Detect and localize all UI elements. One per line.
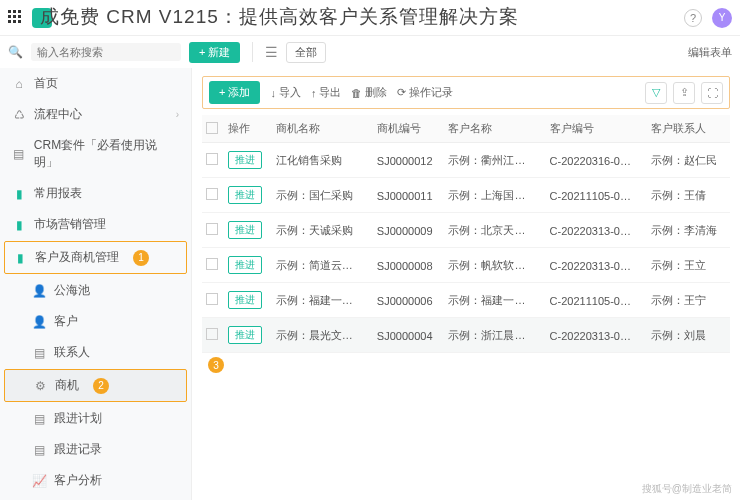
sidebar-item[interactable]: 📈商机分析	[0, 496, 191, 500]
promote-button[interactable]: 推进	[228, 291, 262, 309]
doc-icon: ▤	[32, 412, 46, 426]
table-header: 客户名称	[444, 115, 545, 143]
cell-text: C-20220313-0000002	[550, 225, 632, 237]
promote-button[interactable]: 推进	[228, 151, 262, 169]
apps-icon[interactable]	[8, 10, 24, 26]
toolbar: + 添加 ↓ 导入 ↑ 导出 🗑 删除 ⟳ 操作记录 ▽ ⇪ ⛶	[202, 76, 730, 109]
cell-text: SJ0000011	[377, 190, 433, 202]
share-tool-icon[interactable]: ⇪	[673, 82, 695, 104]
doc-icon: ▤	[32, 346, 46, 360]
sidebar-item-label: 联系人	[54, 344, 90, 361]
cell-text: SJ0000008	[377, 260, 433, 272]
sidebar-item[interactable]: ▤CRM套件「必看使用说明」	[0, 130, 191, 178]
promote-button[interactable]: 推进	[228, 326, 262, 344]
table-row[interactable]: 推进示例：晨光文具设备...SJ0000004示例：浙江晨光文具...C-202…	[202, 318, 730, 353]
sidebar-item[interactable]: ♺流程中心›	[0, 99, 191, 130]
sidebar-item[interactable]: ▤联系人	[0, 337, 191, 368]
badge-3: 3	[208, 357, 224, 373]
table-row[interactable]: 推进示例：国仁采购SJ0000011示例：上海国仁有限...C-20211105…	[202, 178, 730, 213]
new-button[interactable]: + 新建	[189, 42, 240, 63]
doc-icon: ▤	[32, 443, 46, 457]
sidebar-item-label: 跟进记录	[54, 441, 102, 458]
table-header: 操作	[224, 115, 271, 143]
sidebar-item[interactable]: 👤客户	[0, 306, 191, 337]
flow-icon: ♺	[12, 108, 26, 122]
sidebar-item[interactable]: ⚙商机2	[4, 369, 187, 402]
sidebar-item[interactable]: 📈客户分析	[0, 465, 191, 496]
sidebar-item[interactable]: ▤跟进记录	[0, 434, 191, 465]
table-header	[202, 115, 224, 143]
checkbox[interactable]	[206, 188, 218, 200]
checkbox[interactable]	[206, 293, 218, 305]
cell-text: C-20211105-0000004	[550, 295, 632, 307]
doc-icon: ▤	[12, 147, 26, 161]
sidebar-item[interactable]: ▮市场营销管理	[0, 209, 191, 240]
gear-icon: ⚙	[33, 379, 47, 393]
sidebar-item[interactable]: ▮常用报表	[0, 178, 191, 209]
promote-button[interactable]: 推进	[228, 256, 262, 274]
badge: 1	[133, 250, 149, 266]
cell-text: 示例：李清海	[651, 223, 717, 238]
filter-icon[interactable]: ☰	[265, 44, 278, 60]
sidebar-item-label: 市场营销管理	[34, 216, 106, 233]
search-input[interactable]	[31, 43, 181, 61]
cell-text: 示例：北京天诚软件...	[448, 223, 530, 238]
cell-text: 示例：王宁	[651, 293, 706, 308]
cell-text: 示例：简道云采购	[276, 258, 358, 273]
cell-text: 示例：天诚采购	[276, 223, 353, 238]
sidebar-item-label: 公海池	[54, 282, 90, 299]
attribution: 搜狐号@制造业老简	[642, 482, 732, 496]
sidebar-item[interactable]: 👤公海池	[0, 275, 191, 306]
expand-tool-icon[interactable]: ⛶	[701, 82, 723, 104]
cell-text: 示例：帆软软件有限公司	[448, 258, 530, 273]
log-button[interactable]: ⟳ 操作记录	[397, 85, 453, 100]
cell-text: 示例：福建一高3月订单	[276, 293, 358, 308]
filter-tool-icon[interactable]: ▽	[645, 82, 667, 104]
sidebar-item-label: 跟进计划	[54, 410, 102, 427]
checkbox[interactable]	[206, 258, 218, 270]
cell-text: 示例：上海国仁有限...	[448, 188, 530, 203]
checkbox[interactable]	[206, 328, 218, 340]
cell-text: C-20220313-0000004	[550, 330, 632, 342]
cell-text: 示例：晨光文具设备...	[276, 328, 358, 343]
table-row[interactable]: 推进示例：天诚采购SJ0000009示例：北京天诚软件...C-20220313…	[202, 213, 730, 248]
help-icon[interactable]: ?	[684, 9, 702, 27]
table-row[interactable]: 推进示例：福建一高3月订单SJ0000006示例：福建一高集团C-2021110…	[202, 283, 730, 318]
promote-button[interactable]: 推进	[228, 186, 262, 204]
cell-text: C-20211105-0000001	[550, 190, 632, 202]
table-header: 商机编号	[373, 115, 445, 143]
cell-text: SJ0000006	[377, 295, 433, 307]
filter-all-tag[interactable]: 全部	[286, 42, 326, 63]
checkbox[interactable]	[206, 153, 218, 165]
user-icon: 👤	[32, 284, 46, 298]
add-button[interactable]: + 添加	[209, 81, 260, 104]
checkbox[interactable]	[206, 223, 218, 235]
delete-button[interactable]: 🗑 删除	[351, 85, 387, 100]
divider	[252, 42, 253, 62]
sidebar-item[interactable]: ▮客户及商机管理1	[4, 241, 187, 274]
sidebar-item-label: 流程中心	[34, 106, 82, 123]
cell-text: 示例：国仁采购	[276, 188, 353, 203]
sidebar-item[interactable]: ⌂首页	[0, 68, 191, 99]
checkbox[interactable]	[206, 122, 218, 134]
promote-button[interactable]: 推进	[228, 221, 262, 239]
user-icon: 👤	[32, 315, 46, 329]
cell-text: SJ0000009	[377, 225, 433, 237]
import-button[interactable]: ↓ 导入	[270, 85, 301, 100]
export-button[interactable]: ↑ 导出	[311, 85, 342, 100]
table-header: 商机名称	[272, 115, 373, 143]
cell-text: 示例：福建一高集团	[448, 293, 530, 308]
sidebar-item-label: CRM套件「必看使用说明」	[34, 137, 179, 171]
searchbar: 🔍 + 新建 ☰ 全部 编辑表单	[0, 36, 740, 68]
table-row[interactable]: 推进江化销售采购SJ0000012示例：衢州江化集团C-20220316-000…	[202, 143, 730, 178]
edit-form-link[interactable]: 编辑表单	[688, 45, 732, 60]
avatar[interactable]: Y	[712, 8, 732, 28]
search-icon: 🔍	[8, 45, 23, 59]
table-header: 客户编号	[546, 115, 647, 143]
logo	[32, 8, 52, 28]
table-row[interactable]: 推进示例：简道云采购SJ0000008示例：帆软软件有限公司C-20220313…	[202, 248, 730, 283]
sidebar-item-label: 客户分析	[54, 472, 102, 489]
cell-text: 示例：王倩	[651, 188, 706, 203]
sidebar-item[interactable]: ▤跟进计划	[0, 403, 191, 434]
cell-text: SJ0000012	[377, 155, 433, 167]
